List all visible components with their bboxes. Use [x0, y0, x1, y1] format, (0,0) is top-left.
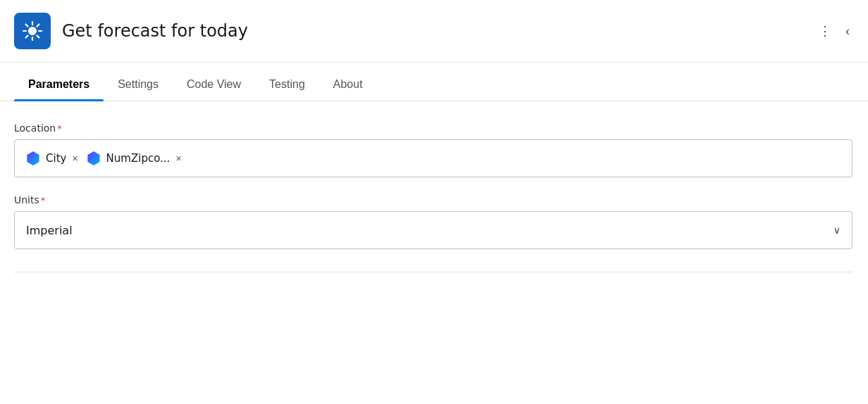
svg-line-8	[26, 36, 28, 38]
svg-line-5	[26, 25, 28, 27]
svg-line-6	[37, 36, 39, 38]
page-title: Get forecast for today	[62, 21, 248, 41]
svg-point-0	[28, 27, 37, 35]
city-tag-remove[interactable]: ×	[70, 153, 79, 163]
units-required-star: *	[41, 195, 46, 206]
header: Get forecast for today ⋮ ‹	[0, 0, 868, 63]
svg-marker-10	[87, 151, 99, 165]
sun-icon	[22, 20, 43, 42]
tab-about[interactable]: About	[319, 68, 377, 101]
location-label: Location *	[14, 122, 854, 134]
svg-line-7	[37, 25, 39, 27]
app-icon	[14, 13, 51, 49]
header-left: Get forecast for today	[14, 13, 248, 49]
divider	[14, 272, 852, 272]
tab-code-view[interactable]: Code View	[173, 68, 255, 101]
city-hex-icon	[25, 150, 42, 167]
tab-parameters[interactable]: Parameters	[14, 68, 104, 101]
location-tag-numzipco: NumZipco... ×	[85, 150, 183, 167]
location-tag-city: City ×	[25, 150, 80, 167]
chevron-down-icon: ∨	[833, 225, 841, 236]
numzipco-hex-icon	[85, 150, 102, 167]
units-value: Imperial	[26, 224, 73, 237]
collapse-button[interactable]: ‹	[841, 20, 854, 43]
location-input[interactable]: City × NumZipco... ×	[14, 139, 852, 177]
numzipco-tag-remove[interactable]: ×	[174, 153, 182, 163]
units-dropdown[interactable]: Imperial ∨	[14, 211, 852, 249]
tab-bar: Parameters Settings Code View Testing Ab…	[0, 68, 868, 101]
content-area: Location * City ×	[0, 101, 868, 286]
tab-settings[interactable]: Settings	[104, 68, 173, 101]
units-section: Units * Imperial ∨	[14, 194, 854, 249]
header-actions: ⋮ ‹	[814, 19, 854, 43]
city-tag-text: City	[46, 152, 66, 165]
location-required-star: *	[57, 123, 62, 134]
svg-marker-9	[27, 151, 39, 165]
numzipco-tag-text: NumZipco...	[106, 152, 170, 165]
units-label: Units *	[14, 194, 854, 206]
more-options-button[interactable]: ⋮	[814, 19, 836, 43]
tab-testing[interactable]: Testing	[255, 68, 319, 101]
